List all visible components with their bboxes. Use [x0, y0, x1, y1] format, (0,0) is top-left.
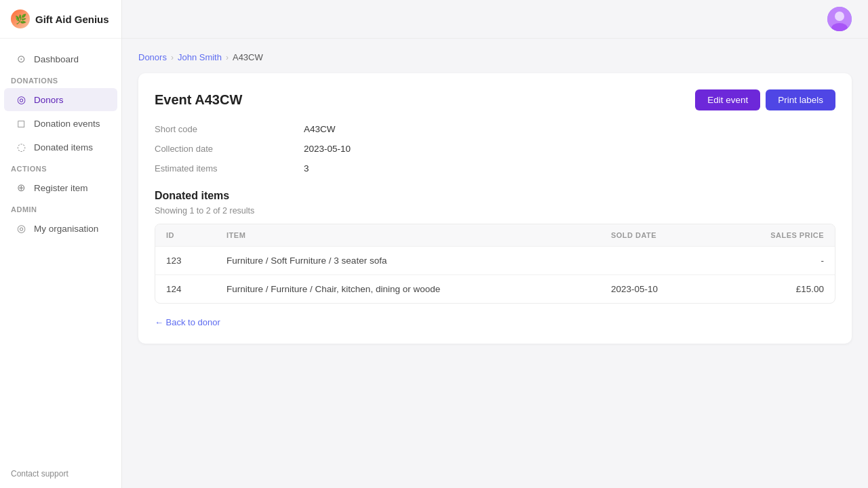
dashboard-icon: ⊙ [15, 53, 27, 65]
col-sold-date: SOLD DATE [600, 224, 712, 247]
back-to-donor-link[interactable]: ← Back to donor [155, 317, 220, 327]
breadcrumb-donors[interactable]: Donors [138, 52, 167, 62]
user-avatar[interactable] [827, 7, 852, 31]
sidebar-item-my-org-label: My organisation [34, 224, 98, 234]
donated-items-section: Donated items Showing 1 to 2 of 2 result… [155, 190, 835, 327]
results-meta: Showing 1 to 2 of 2 results [155, 206, 835, 216]
logo-text: Gift Aid Genius [35, 14, 109, 25]
event-title: Event A43CW [155, 92, 242, 108]
section-label-admin: Admin [0, 200, 121, 216]
field-estimated-items: Estimated items 3 [155, 163, 835, 174]
app-logo: 🌿 Gift Aid Genius [0, 0, 121, 39]
row1-sold-date [600, 247, 712, 275]
sidebar-item-donation-events[interactable]: ◻ Donation events [4, 112, 117, 135]
donated-items-table: ID ITEM SOLD DATE SALES PRICE 123 Furnit… [155, 224, 835, 303]
table-header-row: ID ITEM SOLD DATE SALES PRICE [155, 224, 835, 247]
edit-event-button[interactable]: Edit event [695, 89, 760, 110]
sidebar-item-my-organisation[interactable]: ◎ My organisation [4, 217, 117, 240]
breadcrumb-sep-2: › [226, 53, 229, 62]
donors-icon: ◎ [15, 94, 27, 106]
section-label-donations: Donations [0, 71, 121, 87]
sidebar-item-donated-items[interactable]: ◌ Donated items [4, 136, 117, 159]
collection-date-label: Collection date [155, 144, 304, 154]
col-item: ITEM [216, 224, 600, 247]
sidebar-item-dashboard[interactable]: ⊙ Dashboard [4, 47, 117, 70]
sidebar-item-donated-items-label: Donated items [34, 142, 93, 152]
row2-sold-date: 2023-05-10 [600, 275, 712, 304]
event-fields: Short code A43CW Collection date 2023-05… [155, 124, 835, 174]
row2-id: 124 [155, 275, 216, 304]
breadcrumb-sep-1: › [171, 53, 174, 62]
topbar [122, 0, 868, 39]
donation-events-icon: ◻ [15, 117, 27, 129]
donated-items-icon: ◌ [15, 141, 27, 153]
row2-sales-price: £15.00 [712, 275, 835, 304]
contact-support-link[interactable]: Contact support [0, 460, 121, 488]
page-content: Donors › John Smith › A43CW Event A43CW … [122, 39, 868, 488]
row1-id: 123 [155, 247, 216, 275]
breadcrumb-john-smith[interactable]: John Smith [178, 52, 222, 62]
estimated-items-value: 3 [304, 163, 835, 174]
field-short-code: Short code A43CW [155, 124, 835, 134]
col-id: ID [155, 224, 216, 247]
table-row: 123 Furniture / Soft Furniture / 3 seate… [155, 247, 835, 275]
breadcrumb: Donors › John Smith › A43CW [138, 52, 852, 62]
short-code-value: A43CW [304, 124, 835, 134]
estimated-items-label: Estimated items [155, 163, 304, 174]
print-labels-button[interactable]: Print labels [766, 89, 835, 110]
event-card: Event A43CW Edit event Print labels Shor… [138, 73, 852, 344]
sidebar-item-donors-label: Donors [34, 95, 64, 105]
row1-item: Furniture / Soft Furniture / 3 seater so… [216, 247, 600, 275]
svg-point-1 [835, 12, 844, 21]
table-row: 124 Furniture / Furniture / Chair, kitch… [155, 275, 835, 304]
logo-icon: 🌿 [11, 9, 30, 28]
sidebar-nav: ⊙ Dashboard Donations ◎ Donors ◻ Donatio… [0, 39, 121, 460]
sidebar-item-donation-events-label: Donation events [34, 119, 100, 129]
sidebar-item-dashboard-label: Dashboard [34, 54, 79, 64]
row1-sales-price: - [712, 247, 835, 275]
register-item-icon: ⊕ [15, 182, 27, 194]
breadcrumb-current: A43CW [233, 52, 263, 62]
col-sales-price: SALES PRICE [712, 224, 835, 247]
sidebar-item-donors[interactable]: ◎ Donors [4, 88, 117, 111]
my-org-icon: ◎ [15, 222, 27, 235]
sidebar: 🌿 Gift Aid Genius ⊙ Dashboard Donations … [0, 0, 122, 488]
main-area: Donors › John Smith › A43CW Event A43CW … [122, 0, 868, 488]
donated-items-title: Donated items [155, 190, 835, 202]
donated-items-table-wrap: ID ITEM SOLD DATE SALES PRICE 123 Furnit… [155, 224, 835, 304]
sidebar-item-register-item[interactable]: ⊕ Register item [4, 176, 117, 199]
action-buttons: Edit event Print labels [695, 89, 835, 110]
field-collection-date: Collection date 2023-05-10 [155, 144, 835, 154]
short-code-label: Short code [155, 124, 304, 134]
card-header: Event A43CW Edit event Print labels [155, 89, 835, 110]
sidebar-item-register-item-label: Register item [34, 183, 88, 193]
collection-date-value: 2023-05-10 [304, 144, 835, 154]
section-label-actions: Actions [0, 159, 121, 176]
row2-item: Furniture / Furniture / Chair, kitchen, … [216, 275, 600, 304]
